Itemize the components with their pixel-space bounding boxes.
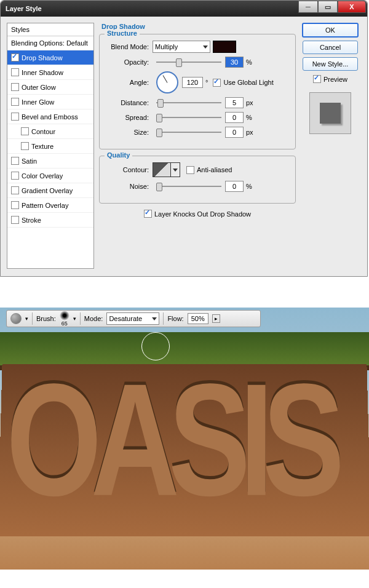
style-drop-shadow[interactable]: Drop Shadow bbox=[7, 50, 93, 65]
distance-input[interactable]: 5 bbox=[225, 97, 244, 108]
checkbox-icon[interactable] bbox=[11, 54, 19, 62]
style-outer-glow[interactable]: Outer Glow bbox=[7, 80, 93, 95]
anti-aliased-checkbox[interactable] bbox=[186, 166, 194, 174]
distance-slider[interactable] bbox=[156, 102, 221, 103]
cancel-button[interactable]: Cancel bbox=[303, 41, 358, 54]
chevron-down-icon bbox=[173, 169, 178, 172]
structure-group: Structure Blend Mode: Multiply Opacity: … bbox=[99, 34, 296, 149]
canvas-preview[interactable]: ▾ Brush: 65 ▾ Mode: Desaturate Flow: 50%… bbox=[0, 308, 369, 570]
contour-label: Contour: bbox=[107, 166, 149, 173]
preview-thumbnail bbox=[309, 92, 351, 134]
styles-list: Styles Blending Options: Default Drop Sh… bbox=[7, 23, 94, 269]
opacity-label: Opacity: bbox=[107, 58, 149, 66]
close-button[interactable]: X bbox=[338, 1, 366, 13]
style-texture[interactable]: Texture bbox=[7, 139, 93, 154]
style-gradient-overlay[interactable]: Gradient Overlay bbox=[7, 183, 93, 198]
new-style-button[interactable]: New Style... bbox=[303, 57, 358, 71]
mode-select[interactable]: Desaturate bbox=[106, 312, 159, 325]
tool-icon[interactable] bbox=[10, 313, 22, 324]
blend-mode-label: Blend Mode: bbox=[107, 43, 149, 50]
titlebar[interactable]: Layer Style ─ ▭ X bbox=[1, 1, 367, 17]
angle-dial[interactable] bbox=[156, 71, 178, 93]
quality-legend: Quality bbox=[105, 151, 132, 159]
spread-input[interactable]: 0 bbox=[225, 112, 244, 123]
knockout-checkbox[interactable] bbox=[144, 210, 152, 218]
spread-slider[interactable] bbox=[156, 117, 221, 118]
settings-panel: Drop Shadow Structure Blend Mode: Multip… bbox=[99, 23, 296, 269]
checkbox-icon[interactable] bbox=[11, 157, 19, 165]
distance-label: Distance: bbox=[107, 99, 149, 106]
style-bevel-emboss[interactable]: Bevel and Emboss bbox=[7, 109, 93, 124]
layer-style-dialog: Layer Style ─ ▭ X Styles Blending Option… bbox=[0, 0, 368, 277]
contour-dropdown[interactable] bbox=[171, 162, 180, 177]
size-input[interactable]: 0 bbox=[225, 127, 244, 138]
style-pattern-overlay[interactable]: Pattern Overlay bbox=[7, 198, 93, 213]
checkbox-icon[interactable] bbox=[11, 68, 19, 76]
right-buttons: OK Cancel New Style... Preview bbox=[301, 23, 360, 269]
size-slider[interactable] bbox=[156, 132, 221, 133]
preview-checkbox[interactable] bbox=[313, 75, 321, 83]
spread-label: Spread: bbox=[107, 114, 149, 121]
noise-label: Noise: bbox=[107, 183, 149, 190]
style-inner-shadow[interactable]: Inner Shadow bbox=[7, 65, 93, 80]
checkbox-icon[interactable] bbox=[11, 201, 19, 209]
checkbox-icon[interactable] bbox=[21, 142, 29, 150]
maximize-button[interactable]: ▭ bbox=[318, 1, 338, 13]
checkbox-icon[interactable] bbox=[11, 172, 19, 180]
ok-button[interactable]: OK bbox=[302, 23, 359, 38]
preview-label: Preview bbox=[323, 76, 347, 83]
anti-aliased-label: Anti-aliased bbox=[197, 166, 232, 173]
mode-label: Mode: bbox=[84, 315, 103, 322]
color-swatch[interactable] bbox=[213, 41, 236, 53]
oasis-text: OASIS bbox=[6, 348, 363, 532]
style-contour[interactable]: Contour bbox=[7, 124, 93, 139]
flow-label: Flow: bbox=[167, 315, 183, 322]
style-satin[interactable]: Satin bbox=[7, 154, 93, 169]
structure-legend: Structure bbox=[105, 30, 140, 37]
style-inner-glow[interactable]: Inner Glow bbox=[7, 95, 93, 109]
checkbox-icon[interactable] bbox=[11, 186, 19, 194]
angle-input[interactable]: 120 bbox=[182, 77, 203, 88]
brush-preview-icon bbox=[60, 311, 69, 320]
global-light-checkbox[interactable] bbox=[213, 79, 221, 87]
brush-cursor-icon bbox=[141, 332, 170, 360]
opacity-input[interactable]: 30 bbox=[225, 57, 244, 68]
checkbox-icon[interactable] bbox=[11, 98, 19, 106]
chevron-down-icon bbox=[203, 46, 208, 49]
options-bar: ▾ Brush: 65 ▾ Mode: Desaturate Flow: 50%… bbox=[6, 310, 261, 327]
checkbox-icon[interactable] bbox=[21, 127, 29, 135]
opacity-slider[interactable] bbox=[156, 62, 221, 63]
checkbox-icon[interactable] bbox=[11, 113, 19, 121]
chevron-down-icon bbox=[152, 317, 157, 320]
style-color-overlay[interactable]: Color Overlay bbox=[7, 169, 93, 183]
dialog-title: Layer Style bbox=[6, 5, 42, 12]
quality-group: Quality Contour: Anti-aliased Noise: 0 % bbox=[99, 156, 296, 204]
flow-flyout[interactable]: ▸ bbox=[212, 314, 220, 323]
brush-label: Brush: bbox=[36, 315, 56, 322]
brush-picker[interactable]: 65 bbox=[60, 311, 69, 327]
styles-header[interactable]: Styles bbox=[7, 23, 93, 36]
angle-label: Angle: bbox=[107, 79, 149, 86]
noise-slider[interactable] bbox=[156, 186, 221, 187]
style-stroke[interactable]: Stroke bbox=[7, 213, 93, 228]
style-blending-options[interactable]: Blending Options: Default bbox=[7, 36, 93, 50]
global-light-label: Use Global Light bbox=[223, 79, 273, 86]
knockout-label: Layer Knocks Out Drop Shadow bbox=[154, 210, 251, 218]
minimize-button[interactable]: ─ bbox=[298, 1, 318, 13]
checkbox-icon[interactable] bbox=[11, 83, 19, 91]
blend-mode-select[interactable]: Multiply bbox=[153, 41, 210, 53]
checkbox-icon[interactable] bbox=[11, 216, 19, 224]
flow-input[interactable]: 50% bbox=[188, 313, 208, 324]
size-label: Size: bbox=[107, 129, 149, 136]
contour-swatch[interactable] bbox=[153, 162, 171, 177]
noise-input[interactable]: 0 bbox=[225, 181, 244, 192]
